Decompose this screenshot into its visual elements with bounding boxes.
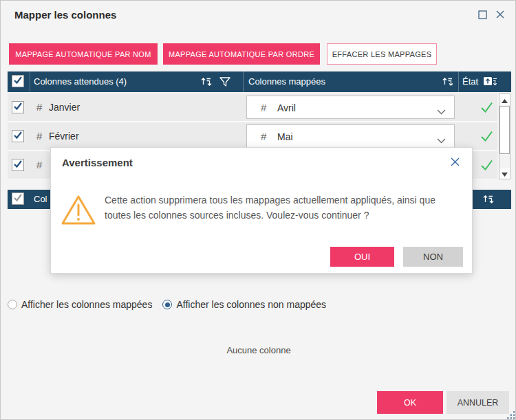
numeric-type-icon: #	[36, 130, 42, 142]
sort-expected-icon[interactable]	[200, 76, 213, 87]
check-icon	[13, 192, 23, 205]
warning-message: Cette action supprimera tous les mappage…	[105, 193, 460, 223]
close-button[interactable]	[494, 10, 506, 22]
map-columns-window: Mapper les colonnes MAPPAGE AUTOMATIQUE …	[0, 0, 516, 420]
close-icon	[450, 157, 460, 169]
table-row: # Janvier # Avril	[8, 93, 497, 121]
numeric-type-icon: #	[261, 102, 266, 113]
resize-grip[interactable]	[507, 410, 515, 420]
empty-list-message: Aucune colonne	[1, 345, 516, 355]
dropdown-value: Mai	[277, 131, 293, 142]
close-icon	[495, 10, 505, 22]
expected-columns-header: Colonnes attendues (4)	[34, 76, 127, 87]
expected-column-name: Janvier	[49, 102, 80, 113]
window-title: Mapper les colonnes	[14, 9, 116, 21]
header-divider	[243, 71, 244, 92]
numeric-type-icon: #	[36, 101, 42, 113]
triangle-up-icon	[502, 93, 508, 106]
warning-dialog: Avertissement Cette action supprimera to…	[50, 147, 473, 274]
show-mapped-label[interactable]: Afficher les colonnes mappées	[21, 299, 152, 310]
select-all-checkbox[interactable]	[12, 192, 24, 205]
table-row: # Février # Mai	[8, 122, 497, 150]
mapping-ok-check-icon	[480, 159, 494, 171]
row-checkbox[interactable]	[12, 159, 24, 171]
filter-icon[interactable]	[218, 76, 232, 88]
header-divider	[458, 71, 459, 92]
scrollbar-thumb[interactable]	[499, 106, 510, 154]
no-button[interactable]: NON	[403, 247, 463, 267]
auto-map-by-order-button[interactable]: MAPPAGE AUTOMATIQUE PAR ORDRE	[163, 43, 320, 65]
select-all-checkbox[interactable]	[12, 75, 24, 87]
show-unmapped-label[interactable]: Afficher les colonnes non mappées	[176, 299, 326, 310]
check-icon	[13, 101, 23, 113]
clear-mappings-button[interactable]: EFFACER LES MAPPAGES	[327, 43, 437, 65]
show-mapped-radio[interactable]	[8, 300, 17, 309]
maximize-icon	[478, 10, 487, 22]
scroll-up-button[interactable]	[499, 94, 510, 105]
row-checkbox[interactable]	[12, 101, 24, 113]
check-icon	[13, 75, 23, 87]
ok-button[interactable]: OK	[377, 391, 443, 414]
mapped-columns-header: Colonnes mappées	[248, 76, 325, 87]
numeric-type-icon: #	[36, 159, 42, 170]
cancel-button[interactable]: ANNULER	[447, 391, 509, 414]
state-sort-icon[interactable]	[483, 76, 498, 88]
mapped-column-dropdown[interactable]: # Avril	[246, 96, 455, 119]
dialog-title: Avertissement	[62, 157, 133, 168]
mapped-column-dropdown[interactable]: # Mai	[246, 124, 455, 148]
sort-mapped-icon[interactable]	[442, 76, 454, 87]
row-checkbox[interactable]	[12, 130, 24, 142]
display-filter-options: Afficher les colonnes mappées Afficher l…	[8, 299, 332, 310]
maximize-button[interactable]	[476, 10, 488, 22]
source-columns-header-label: Col	[34, 194, 47, 204]
mapping-ok-check-icon	[480, 101, 494, 113]
check-icon	[13, 130, 23, 142]
sort-source-icon[interactable]	[482, 194, 495, 205]
chevron-down-icon	[437, 134, 446, 146]
vertical-scrollbar[interactable]	[499, 93, 510, 179]
yes-button[interactable]: OUI	[330, 247, 394, 267]
mapping-ok-check-icon	[480, 130, 494, 142]
table-header: Colonnes attendues (4) Colonnes mappées …	[8, 71, 511, 92]
header-divider	[30, 71, 30, 92]
chevron-down-icon	[437, 105, 446, 118]
dropdown-value: Avril	[277, 102, 296, 113]
numeric-type-icon: #	[261, 131, 266, 142]
triangle-down-icon	[502, 167, 508, 179]
dialog-close-button[interactable]	[450, 157, 461, 168]
check-icon	[13, 159, 23, 171]
show-unmapped-radio[interactable]	[162, 300, 172, 309]
scroll-down-button[interactable]	[499, 168, 510, 179]
state-header: État	[462, 76, 478, 87]
warning-triangle-icon	[60, 193, 97, 230]
auto-map-by-name-button[interactable]: MAPPAGE AUTOMATIQUE PAR NOM	[9, 43, 158, 65]
expected-column-name: Février	[49, 131, 79, 142]
